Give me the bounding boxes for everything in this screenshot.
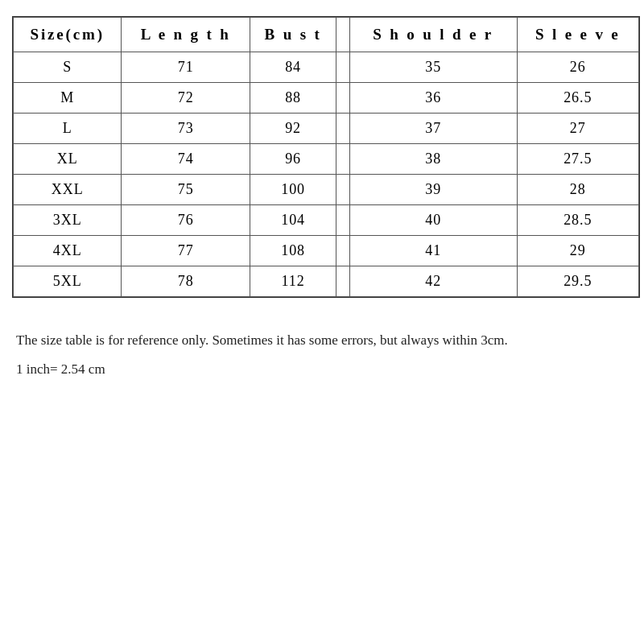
header-length: L e n g t h: [122, 18, 250, 52]
table-cell: 84: [250, 52, 336, 83]
table-cell: [336, 144, 350, 175]
table-row: M72883626.5: [14, 83, 639, 114]
table-cell: M: [14, 83, 122, 114]
table-cell: S: [14, 52, 122, 83]
table-row: 5XL781124229.5: [14, 266, 639, 297]
table-cell: 100: [250, 175, 336, 205]
table-cell: 88: [250, 83, 336, 114]
table-cell: 108: [250, 236, 336, 266]
table-cell: [336, 114, 350, 144]
table-cell: L: [14, 114, 122, 144]
table-cell: 5XL: [14, 266, 122, 297]
table-cell: 74: [122, 144, 250, 175]
note-line-1: The size table is for reference only. So…: [16, 330, 508, 351]
header-sleeve: S l e e v e: [517, 18, 638, 52]
table-cell: 26.5: [517, 83, 638, 114]
table-cell: 96: [250, 144, 336, 175]
table-row: S71843526: [14, 52, 639, 83]
table-row: 3XL761044028.5: [14, 205, 639, 236]
table-cell: [336, 175, 350, 205]
table-cell: 41: [349, 236, 517, 266]
table-cell: 38: [349, 144, 517, 175]
table-cell: 73: [122, 114, 250, 144]
table-cell: 28.5: [517, 205, 638, 236]
header-size: Size(cm): [14, 18, 122, 52]
table-cell: 26: [517, 52, 638, 83]
note-line-2: 1 inch= 2.54 cm: [16, 359, 508, 380]
table-cell: 3XL: [14, 205, 122, 236]
table-cell: 92: [250, 114, 336, 144]
table-row: 4XL771084129: [14, 236, 639, 266]
table-cell: 28: [517, 175, 638, 205]
header-bust: B u s t: [250, 18, 336, 52]
header-shoulder: S h o u l d e r: [349, 18, 517, 52]
table-cell: [336, 83, 350, 114]
table-cell: 37: [349, 114, 517, 144]
table-row: XXL751003928: [14, 175, 639, 205]
table-cell: [336, 236, 350, 266]
table-cell: 112: [250, 266, 336, 297]
table-cell: 27.5: [517, 144, 638, 175]
table-cell: 71: [122, 52, 250, 83]
table-cell: 75: [122, 175, 250, 205]
table-body: S71843526M72883626.5L73923727XL74963827.…: [14, 52, 639, 297]
table-cell: [336, 52, 350, 83]
table-header-row: Size(cm) L e n g t h B u s t S h o u l d…: [14, 18, 639, 52]
table-cell: XL: [14, 144, 122, 175]
table-cell: 40: [349, 205, 517, 236]
table-cell: [336, 266, 350, 297]
table-row: XL74963827.5: [14, 144, 639, 175]
size-table: Size(cm) L e n g t h B u s t S h o u l d…: [13, 17, 639, 297]
table-cell: 36: [349, 83, 517, 114]
table-cell: 72: [122, 83, 250, 114]
table-cell: 77: [122, 236, 250, 266]
table-cell: 29.5: [517, 266, 638, 297]
table-cell: 42: [349, 266, 517, 297]
table-cell: [336, 205, 350, 236]
table-cell: 39: [349, 175, 517, 205]
note-section: The size table is for reference only. So…: [12, 322, 512, 395]
header-empty: [336, 18, 350, 52]
table-cell: XXL: [14, 175, 122, 205]
table-cell: 104: [250, 205, 336, 236]
table-row: L73923727: [14, 114, 639, 144]
size-table-container: Size(cm) L e n g t h B u s t S h o u l d…: [12, 16, 640, 298]
table-cell: 78: [122, 266, 250, 297]
table-cell: 35: [349, 52, 517, 83]
table-cell: 76: [122, 205, 250, 236]
table-cell: 4XL: [14, 236, 122, 266]
table-cell: 27: [517, 114, 638, 144]
table-cell: 29: [517, 236, 638, 266]
